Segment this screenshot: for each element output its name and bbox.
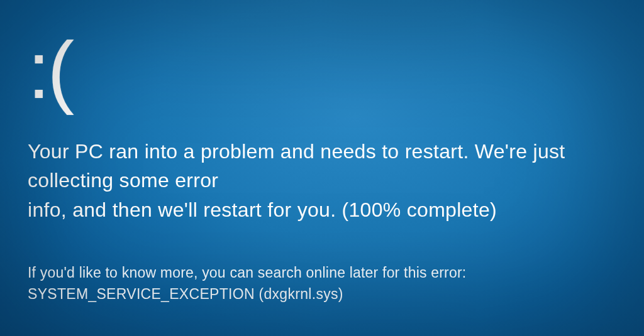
message-line-1: Your PC ran into a problem and needs to … [28, 140, 565, 192]
progress-percent: 100% [349, 198, 401, 221]
error-message: Your PC ran into a problem and needs to … [28, 137, 616, 224]
bsod-screen: :( Your PC ran into a problem and needs … [0, 0, 644, 336]
sad-face-icon: :( [28, 30, 616, 111]
message-line-2-prefix: info, and then we'll restart for you. ( [28, 198, 349, 221]
search-hint: If you'd like to know more, you can sear… [28, 262, 594, 285]
error-code: SYSTEM_SERVICE_EXCEPTION (dxgkrnl.sys) [28, 286, 616, 303]
message-line-2-suffix: complete) [401, 198, 497, 221]
